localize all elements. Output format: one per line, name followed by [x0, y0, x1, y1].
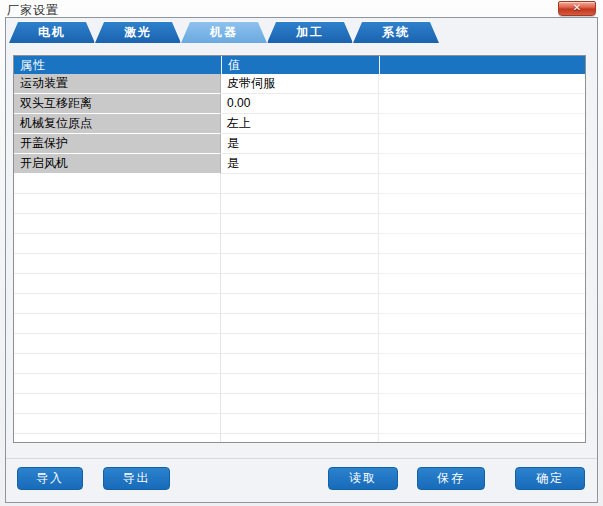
- table-row: 机械复位原点 左上: [14, 114, 585, 134]
- column-header-property: 属性: [14, 56, 221, 74]
- property-cell: [14, 174, 221, 194]
- value-cell[interactable]: 是: [221, 154, 379, 174]
- tab-laser[interactable]: 激光: [94, 21, 182, 43]
- table-body: 运动装置 皮带伺服 双头互移距离 0.00 机械复位原点 左上 开盖保护 是: [14, 74, 585, 443]
- property-cell: [14, 394, 221, 414]
- value-cell[interactable]: [221, 394, 379, 414]
- property-cell: [14, 214, 221, 234]
- tab-system[interactable]: 系统: [352, 21, 440, 43]
- value-cell[interactable]: 皮带伺服: [221, 74, 379, 94]
- table-row-empty: [14, 234, 585, 254]
- filler-cell: [379, 234, 585, 254]
- column-header-value: 值: [221, 56, 379, 74]
- table-row-empty: [14, 374, 585, 394]
- value-cell[interactable]: [221, 334, 379, 354]
- read-button[interactable]: 读取: [328, 467, 398, 490]
- filler-cell: [379, 174, 585, 194]
- table-header: 属性 值: [14, 56, 585, 74]
- property-cell: 开盖保护: [14, 134, 221, 154]
- tab-bar: 电机 激光 机器 加工 系统: [8, 21, 438, 43]
- column-header-extra: [379, 56, 585, 74]
- filler-cell: [379, 374, 585, 394]
- footer-divider: [6, 458, 597, 459]
- filler-cell: [379, 114, 585, 134]
- table-row-empty: [14, 314, 585, 334]
- filler-cell: [379, 354, 585, 374]
- close-button[interactable]: ✕: [558, 1, 596, 16]
- filler-cell: [379, 94, 585, 114]
- tab-machine-label: 机器: [181, 22, 267, 43]
- value-cell[interactable]: [221, 234, 379, 254]
- property-cell: 开启风机: [14, 154, 221, 174]
- table-row-empty: [14, 354, 585, 374]
- value-cell[interactable]: [221, 194, 379, 214]
- save-button[interactable]: 保存: [417, 467, 485, 490]
- filler-cell: [379, 314, 585, 334]
- value-cell[interactable]: [221, 354, 379, 374]
- property-cell: [14, 314, 221, 334]
- table-row-empty: [14, 214, 585, 234]
- filler-cell: [379, 294, 585, 314]
- value-cell[interactable]: [221, 374, 379, 394]
- tab-laser-label: 激光: [95, 22, 181, 43]
- property-cell: [14, 374, 221, 394]
- filler-cell: [379, 194, 585, 214]
- value-cell[interactable]: [221, 174, 379, 194]
- table-row-empty: [14, 394, 585, 414]
- table-row-empty: [14, 174, 585, 194]
- filler-cell: [379, 414, 585, 434]
- table-row-empty: [14, 274, 585, 294]
- tab-system-label: 系统: [353, 22, 439, 43]
- value-cell[interactable]: [221, 254, 379, 274]
- ok-button[interactable]: 确定: [515, 467, 585, 490]
- tab-motor[interactable]: 电机: [8, 21, 96, 43]
- value-cell[interactable]: [221, 314, 379, 334]
- value-cell[interactable]: [221, 414, 379, 434]
- property-cell: [14, 414, 221, 434]
- dialog-client-area: 电机 激光 机器 加工 系统 属性 值 运动装置: [5, 17, 598, 503]
- table-row: 开盖保护 是: [14, 134, 585, 154]
- filler-cell: [379, 254, 585, 274]
- value-cell[interactable]: 0.00: [221, 94, 379, 114]
- filler-cell: [379, 154, 585, 174]
- export-button[interactable]: 导出: [103, 467, 170, 490]
- filler-cell: [379, 214, 585, 234]
- table-row-empty: [14, 414, 585, 434]
- filler-cell: [379, 274, 585, 294]
- value-cell[interactable]: [221, 274, 379, 294]
- tab-processing-label: 加工: [267, 22, 353, 43]
- table-row: 开启风机 是: [14, 154, 585, 174]
- import-button[interactable]: 导入: [17, 467, 83, 490]
- property-cell: [14, 254, 221, 274]
- value-cell[interactable]: [221, 434, 379, 443]
- table-row-empty: [14, 294, 585, 314]
- property-cell: [14, 234, 221, 254]
- value-cell[interactable]: [221, 294, 379, 314]
- settings-table: 属性 值 运动装置 皮带伺服 双头互移距离 0.00 机械复位原点 左上: [13, 55, 586, 443]
- table-row-empty: [14, 254, 585, 274]
- property-cell: [14, 434, 221, 443]
- property-cell: [14, 334, 221, 354]
- property-cell: [14, 194, 221, 214]
- property-cell: 运动装置: [14, 74, 221, 94]
- table-row-empty: [14, 194, 585, 214]
- filler-cell: [379, 74, 585, 94]
- table-row: 双头互移距离 0.00: [14, 94, 585, 114]
- property-cell: [14, 274, 221, 294]
- property-cell: 双头互移距离: [14, 94, 221, 114]
- table-row-empty: [14, 434, 585, 443]
- close-icon: ✕: [559, 2, 595, 14]
- property-cell: [14, 294, 221, 314]
- tab-machine[interactable]: 机器: [180, 21, 268, 43]
- value-cell[interactable]: 左上: [221, 114, 379, 134]
- table-row-empty: [14, 334, 585, 354]
- tab-motor-label: 电机: [9, 22, 95, 43]
- filler-cell: [379, 134, 585, 154]
- filler-cell: [379, 434, 585, 443]
- filler-cell: [379, 334, 585, 354]
- value-cell[interactable]: [221, 214, 379, 234]
- tab-processing[interactable]: 加工: [266, 21, 354, 43]
- value-cell[interactable]: 是: [221, 134, 379, 154]
- dialog-window: 厂家设置 ✕ 电机 激光 机器 加工 系统 属性 值: [0, 0, 603, 506]
- table-row: 运动装置 皮带伺服: [14, 74, 585, 94]
